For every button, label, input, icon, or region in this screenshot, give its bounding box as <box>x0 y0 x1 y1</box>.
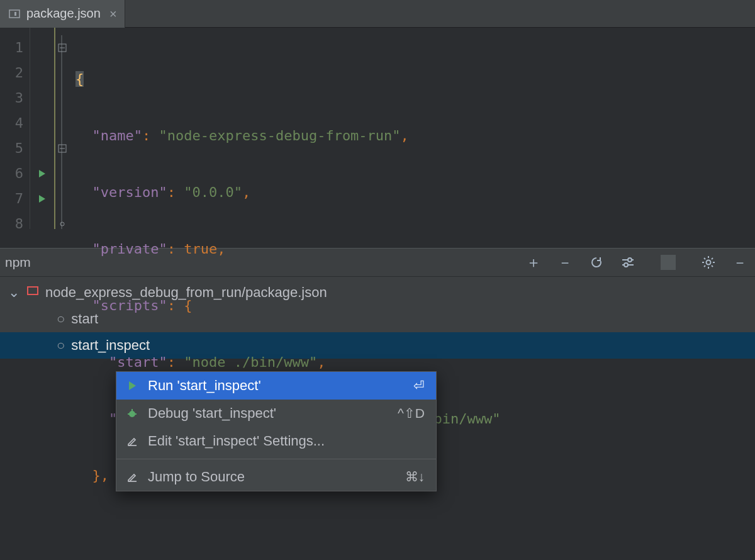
gear-icon[interactable] <box>701 255 716 270</box>
npm-script-label: start <box>71 311 98 327</box>
bullet-icon: ○ <box>57 311 65 327</box>
menu-item-label: Edit 'start_inspect' Settings... <box>148 433 425 449</box>
menu-edit-settings[interactable]: Edit 'start_inspect' Settings... <box>116 427 436 455</box>
fold-end-icon <box>55 211 69 237</box>
fold-toggle-icon[interactable] <box>55 136 69 161</box>
npm-file-icon <box>8 8 21 20</box>
fold-toggle-icon[interactable] <box>55 35 69 60</box>
editor-tab-bar: package.json × <box>0 0 755 28</box>
svg-point-9 <box>628 258 632 262</box>
npm-package-icon <box>26 284 39 301</box>
refresh-icon[interactable] <box>589 255 604 270</box>
menu-item-shortcut: ⏎ <box>413 378 425 393</box>
svg-rect-12 <box>28 287 38 294</box>
svg-point-10 <box>624 263 628 267</box>
settings-toggle-icon[interactable] <box>620 255 635 270</box>
menu-item-shortcut: ⌘↓ <box>405 469 425 484</box>
npm-root-label: node_express_debug_from_run/package.json <box>45 284 327 301</box>
add-icon[interactable]: ＋ <box>526 255 541 270</box>
bug-icon <box>125 408 139 419</box>
svg-point-13 <box>129 411 135 417</box>
editor-tab-label: package.json <box>26 6 101 21</box>
menu-jump-to-source[interactable]: Jump to Source ⌘↓ <box>116 463 436 491</box>
edit-icon <box>125 435 139 447</box>
close-tab-icon[interactable]: × <box>106 8 117 20</box>
menu-item-label: Run 'start_inspect' <box>148 378 405 394</box>
editor-tab-package-json[interactable]: package.json × <box>0 0 125 28</box>
tool-title: npm <box>5 255 31 270</box>
menu-separator <box>116 459 436 459</box>
menu-run-script[interactable]: Run 'start_inspect' ⏎ <box>116 372 436 400</box>
bullet-icon: ○ <box>57 337 65 354</box>
fold-guide <box>55 28 69 229</box>
context-menu: Run 'start_inspect' ⏎ Debug 'start_inspe… <box>116 371 437 491</box>
edit-icon <box>125 471 139 483</box>
chevron-down-icon: ⌄ <box>8 284 20 301</box>
code-editor[interactable]: 1 2 3 4 5 6 7 8 { "name": "node-express <box>0 28 755 229</box>
menu-item-label: Debug 'start_inspect' <box>148 405 389 422</box>
svg-point-6 <box>60 222 64 226</box>
svg-rect-1 <box>14 12 16 16</box>
run-gutter-icon[interactable] <box>30 186 54 211</box>
svg-point-11 <box>707 260 711 265</box>
gutter-icons <box>30 28 55 229</box>
separator <box>661 255 676 270</box>
npm-script-label: start_inspect <box>71 337 150 354</box>
code-content[interactable]: { "name": "node-express-debug-from-run",… <box>69 28 501 229</box>
play-icon <box>125 380 139 391</box>
gutter-line-numbers: 1 2 3 4 5 6 7 8 <box>0 28 30 229</box>
minimize-icon[interactable]: － <box>732 255 747 270</box>
run-gutter-icon[interactable] <box>30 161 54 186</box>
menu-debug-script[interactable]: Debug 'start_inspect' ^⇧D <box>116 400 436 427</box>
remove-icon[interactable]: － <box>557 255 573 270</box>
menu-item-shortcut: ^⇧D <box>398 406 425 421</box>
menu-item-label: Jump to Source <box>148 469 396 485</box>
